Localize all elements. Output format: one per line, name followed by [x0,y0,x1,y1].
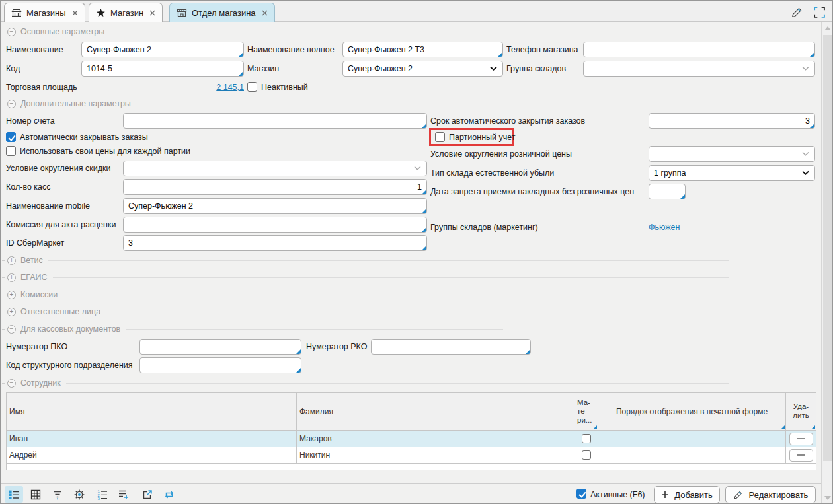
pko-input[interactable] [139,339,301,355]
store-label: Магазин [247,61,279,77]
add-button[interactable]: Добавить [654,486,720,503]
store-select-value[interactable] [342,61,503,77]
material-checkbox[interactable] [582,450,591,460]
edit-button[interactable] [789,5,805,19]
structural-code-input[interactable] [139,357,301,373]
invoice-ban-date-label: Дата запрета приемки накладных без розни… [430,184,634,199]
fullscreen-button[interactable] [811,5,827,19]
collapse-icon[interactable]: − [7,100,16,108]
tab-otdel-magazina[interactable]: Отдел магазина [169,3,275,22]
edit-button-label: Редактировать [749,490,809,500]
pencil-icon [733,489,744,500]
collapse-icon[interactable]: − [7,379,16,388]
material-checkbox[interactable] [582,434,591,443]
phone-input[interactable] [583,42,815,57]
list-view-icon [8,489,20,501]
scroll-up-arrow[interactable] [824,26,831,30]
column-header-print-order[interactable]: Порядок отображения в печатной форме [598,393,786,431]
active-filter-label: Активные (F6) [590,489,645,501]
trade-area-link[interactable]: 2 145,1 [81,79,244,95]
collapse-icon[interactable]: − [7,325,16,334]
settings-button[interactable] [70,486,89,503]
full-name-input[interactable] [342,42,503,57]
commission-input[interactable] [123,217,427,233]
mobile-name-input[interactable] [123,198,427,214]
cash-desks-label: Кол-во касс [6,179,51,195]
tab-magaziny[interactable]: Магазины [4,3,85,22]
invoice-ban-date-input[interactable] [649,184,686,199]
account-field [123,113,427,129]
list-view-button[interactable] [5,486,23,503]
numbered-list-button[interactable]: 1 2 3 [93,486,112,503]
own-prices-label: Использовать свои цены для каждой партии [20,143,190,159]
discount-rounding-select[interactable] [123,161,427,176]
sbermarket-input[interactable] [123,235,427,251]
natural-loss-select[interactable] [649,165,815,181]
edit-record-button[interactable]: Редактировать [725,486,816,503]
batch-accounting-checkbox[interactable] [435,132,445,142]
retail-rounding-select[interactable] [649,146,815,162]
tab-magazin[interactable]: Магазин [89,3,163,22]
cell-surname[interactable]: Никитин [297,447,575,464]
table-row[interactable]: Иван Макаров [7,431,816,447]
cell-name[interactable]: Иван [7,431,297,447]
delete-row-button[interactable] [789,449,813,462]
inactive-label: Неактивный [261,79,308,95]
auto-close-checkbox[interactable] [6,132,16,142]
section-header-cash-documents: − Для кассовых документов [2,324,503,334]
name-input[interactable] [81,42,244,57]
add-list-button[interactable] [114,486,133,503]
close-icon[interactable] [72,10,78,16]
scrollbar-thumb[interactable] [823,35,832,461]
cell-print-order[interactable] [598,447,786,464]
scroll-down-arrow[interactable] [824,496,831,500]
table-filler-row [7,464,816,470]
cell-name[interactable]: Андрей [7,447,297,464]
cell-surname[interactable]: Макаров [297,431,575,447]
invoice-ban-date-field [649,184,686,199]
delete-row-button[interactable] [789,433,813,445]
add-button-label: Добавить [674,490,712,500]
active-filter-checkbox[interactable] [576,489,586,499]
expand-icon[interactable]: + [7,308,16,316]
account-input[interactable] [123,113,427,129]
filter-button[interactable] [48,486,67,503]
cash-desks-input[interactable] [123,179,427,195]
app-window: Магазины Магазин Отдел магазина [0,0,833,504]
repeat-icon [163,489,175,501]
column-header-surname[interactable]: Фамилия [297,393,575,431]
inactive-checkbox[interactable] [247,82,257,92]
rko-input[interactable] [371,339,531,355]
grid-view-button[interactable] [26,486,45,503]
close-icon[interactable] [262,10,268,16]
warehouse-group-value[interactable] [583,61,815,77]
list-plus-icon [118,489,130,501]
minus-icon [797,454,805,456]
close-icon[interactable] [149,10,155,16]
code-label: Код [6,61,20,77]
cell-print-order[interactable] [598,431,786,447]
section-title: Ответственные лица [20,307,100,316]
column-header-name[interactable]: Имя [7,393,297,431]
sbermarket-label: ID СберМаркет [6,235,64,251]
open-external-button[interactable] [138,486,157,503]
rko-label: Нумератор РКО [306,339,367,355]
column-header-material[interactable]: Ма- те- ри... [575,393,598,431]
store-select[interactable] [342,61,503,77]
expand-icon[interactable]: + [7,273,16,282]
sbermarket-field [123,235,427,251]
discount-rounding-value[interactable] [123,161,427,176]
expand-icon[interactable]: + [7,291,16,299]
auto-close-term-input[interactable] [649,113,815,129]
warehouse-group-select[interactable] [583,61,815,77]
retail-rounding-value[interactable] [649,146,815,162]
marketing-groups-link[interactable]: Фьюжен [649,219,680,235]
column-header-delete[interactable]: Уда- лить [786,393,816,431]
code-input[interactable] [81,61,244,77]
refresh-button[interactable] [160,486,178,503]
table-row[interactable]: Андрей Никитин [7,447,816,464]
own-prices-checkbox[interactable] [6,146,16,156]
expand-icon[interactable]: + [7,256,16,265]
natural-loss-value[interactable] [649,165,815,181]
collapse-icon[interactable]: − [7,28,16,36]
